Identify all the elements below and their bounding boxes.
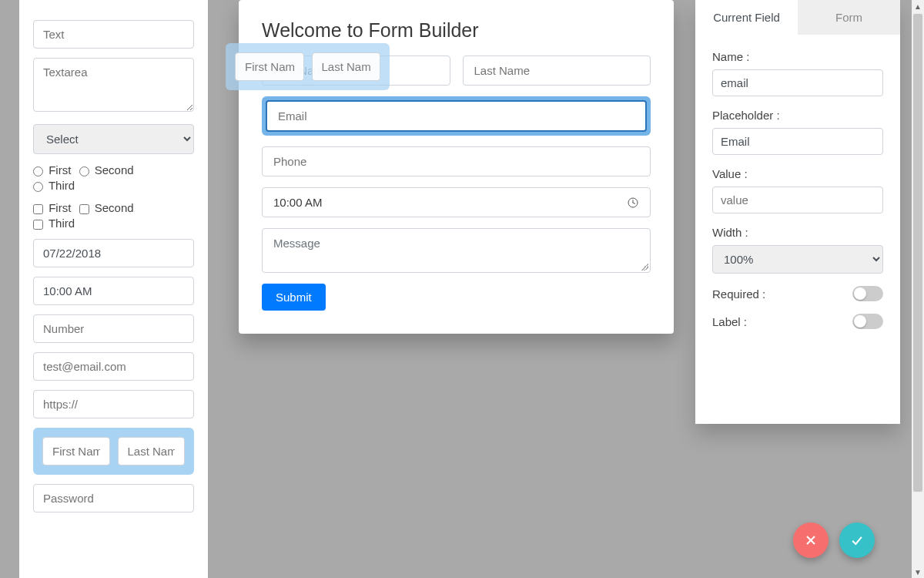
submit-button[interactable]: Submit xyxy=(262,284,326,311)
close-icon xyxy=(803,533,819,548)
field-time[interactable]: 10:00 AM xyxy=(262,187,651,217)
resize-handle-icon[interactable] xyxy=(641,263,648,271)
label-name: Name : xyxy=(712,50,883,63)
page-scrollbar[interactable]: ▲ ▼ xyxy=(912,0,924,578)
palette-select[interactable]: Select xyxy=(33,124,194,154)
select-width[interactable]: 100% xyxy=(712,245,883,274)
palette-last-name[interactable] xyxy=(118,437,186,465)
time-value: 10:00 AM xyxy=(273,196,322,209)
input-value[interactable] xyxy=(712,187,883,213)
palette-checkbox-group: First Second Third xyxy=(33,201,194,230)
properties-panel: Current Field Form Name : Placeholder : … xyxy=(695,0,900,424)
selected-field-wrap[interactable] xyxy=(262,96,651,136)
form-title: Welcome to Form Builder xyxy=(262,19,651,42)
tab-current-field[interactable]: Current Field xyxy=(695,0,798,35)
palette-password[interactable] xyxy=(33,484,194,512)
label-placeholder: Placeholder : xyxy=(712,109,883,122)
check-third[interactable]: Third xyxy=(33,217,75,230)
radio-first[interactable]: First xyxy=(33,163,71,176)
palette-radio-group: First Second Third xyxy=(33,163,194,192)
palette-date[interactable] xyxy=(33,239,194,267)
palette-email[interactable] xyxy=(33,352,194,381)
scroll-thumb[interactable] xyxy=(913,14,922,492)
check-second[interactable]: Second xyxy=(79,201,134,214)
palette-url[interactable] xyxy=(33,390,194,418)
input-placeholder[interactable] xyxy=(712,128,883,155)
ghost-last-name xyxy=(312,52,381,81)
confirm-button[interactable] xyxy=(839,523,875,558)
palette-time[interactable] xyxy=(33,277,194,305)
palette-first-name[interactable] xyxy=(42,437,110,465)
field-message[interactable]: Message xyxy=(262,228,651,273)
label-label: Label : xyxy=(712,315,747,328)
drag-ghost xyxy=(226,43,390,90)
field-phone[interactable] xyxy=(262,146,651,176)
check-icon xyxy=(849,533,865,548)
toggle-label[interactable] xyxy=(852,314,883,329)
component-palette[interactable]: Select First Second Third First Second T… xyxy=(19,0,208,578)
cancel-button[interactable] xyxy=(793,523,829,558)
palette-text[interactable] xyxy=(33,20,194,49)
palette-name-pair[interactable] xyxy=(33,428,194,475)
svg-line-2 xyxy=(633,203,635,203)
palette-number[interactable] xyxy=(33,314,194,343)
field-last-name[interactable] xyxy=(463,55,651,86)
radio-second[interactable]: Second xyxy=(79,163,134,176)
message-placeholder: Message xyxy=(273,237,320,250)
input-name[interactable] xyxy=(712,69,883,96)
toggle-required[interactable] xyxy=(852,286,883,301)
label-required: Required : xyxy=(712,287,765,301)
label-width: Width : xyxy=(712,226,883,239)
radio-third[interactable]: Third xyxy=(33,179,75,192)
clock-icon xyxy=(627,197,639,209)
field-email[interactable] xyxy=(266,100,647,132)
palette-textarea[interactable] xyxy=(33,58,194,112)
scroll-up-icon[interactable]: ▲ xyxy=(912,0,924,12)
label-value: Value : xyxy=(712,167,883,180)
ghost-first-name xyxy=(235,52,304,81)
check-first[interactable]: First xyxy=(33,201,71,214)
scroll-down-icon[interactable]: ▼ xyxy=(912,566,924,578)
tab-form[interactable]: Form xyxy=(798,0,900,35)
